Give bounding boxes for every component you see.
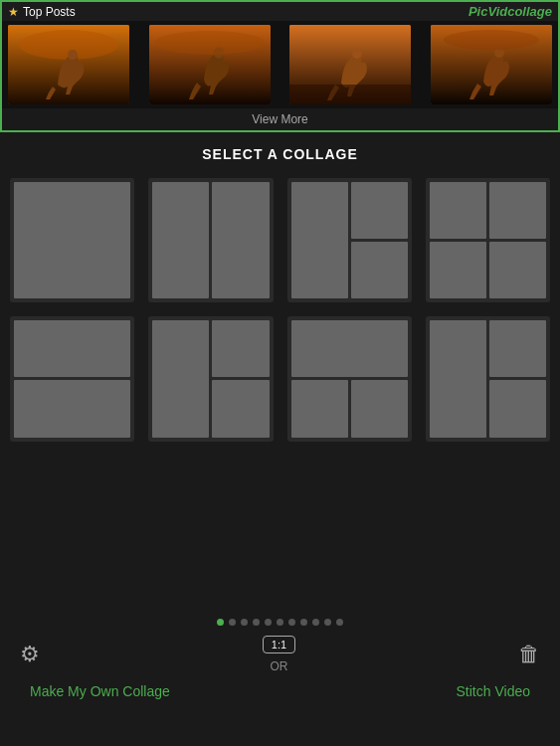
template-cell <box>14 320 130 377</box>
ratio-section: 1:1 OR <box>263 636 295 673</box>
post-thumb-3[interactable] <box>289 25 411 104</box>
spacer-area <box>0 458 560 607</box>
dot-9[interactable] <box>312 619 319 626</box>
template-cell <box>430 182 486 239</box>
template-cell <box>152 320 209 437</box>
template-cell <box>489 242 546 298</box>
template-cell <box>14 182 130 298</box>
collage-template-7[interactable] <box>287 316 412 441</box>
dot-1[interactable] <box>217 619 224 626</box>
svg-point-2 <box>68 50 78 60</box>
collage-template-3[interactable] <box>287 178 412 302</box>
template-cell <box>212 182 269 298</box>
template-cell <box>351 242 408 298</box>
collage-template-1[interactable] <box>10 178 134 302</box>
top-posts-section: ★ Top Posts PicVidcollage <box>0 0 560 132</box>
template-cell <box>489 182 546 239</box>
app-logo: PicVidcollage <box>468 4 552 19</box>
template-cell <box>212 320 269 377</box>
top-posts-title: ★ Top Posts <box>8 5 76 19</box>
collage-template-5[interactable] <box>10 316 134 441</box>
or-text: OR <box>270 659 287 673</box>
template-cell <box>291 182 348 298</box>
stitch-video-link[interactable]: Stitch Video <box>457 683 530 699</box>
svg-rect-8 <box>289 85 411 104</box>
bottom-controls: ⚙ 1:1 OR 🗑 <box>0 636 560 673</box>
collage-grid <box>0 178 560 442</box>
template-cell <box>351 182 408 239</box>
dot-10[interactable] <box>324 619 331 626</box>
make-collage-link[interactable]: Make My Own Collage <box>30 683 170 699</box>
dot-7[interactable] <box>288 619 295 626</box>
dot-5[interactable] <box>265 619 272 626</box>
top-posts-label: Top Posts <box>23 5 76 19</box>
post-thumb-1[interactable] <box>8 25 129 104</box>
svg-point-7 <box>352 49 362 59</box>
template-cell <box>430 320 486 437</box>
template-cell <box>291 380 348 437</box>
dot-6[interactable] <box>277 619 283 626</box>
trash-icon[interactable]: 🗑 <box>518 642 540 667</box>
dot-11[interactable] <box>336 619 343 626</box>
collage-template-6[interactable] <box>148 316 273 441</box>
top-posts-header: ★ Top Posts PicVidcollage <box>2 2 558 21</box>
collage-template-8[interactable] <box>426 316 550 441</box>
svg-point-11 <box>444 30 539 50</box>
pagination-dots <box>0 619 560 626</box>
template-cell <box>152 182 209 298</box>
svg-point-5 <box>155 31 265 55</box>
select-collage-title: SELECT A COLLAGE <box>0 146 560 162</box>
template-cell <box>489 320 546 377</box>
template-cell <box>489 380 546 437</box>
dot-3[interactable] <box>241 619 248 626</box>
template-cell <box>430 242 486 298</box>
post-thumb-4[interactable] <box>431 25 552 104</box>
template-cell <box>14 380 130 437</box>
main-section: SELECT A COLLAGE <box>0 132 560 709</box>
gear-icon[interactable]: ⚙ <box>20 642 40 667</box>
view-more-bar[interactable]: View More <box>2 108 558 130</box>
template-cell <box>351 380 408 437</box>
dot-2[interactable] <box>229 619 236 626</box>
collage-template-2[interactable] <box>148 178 273 302</box>
post-thumb-2[interactable] <box>149 25 271 104</box>
star-icon: ★ <box>8 5 19 19</box>
collage-template-4[interactable] <box>426 178 550 302</box>
template-cell <box>291 320 408 377</box>
dot-4[interactable] <box>253 619 260 626</box>
template-cell <box>212 380 269 437</box>
top-posts-images <box>2 21 558 108</box>
dot-8[interactable] <box>300 619 307 626</box>
ratio-badge[interactable]: 1:1 <box>263 636 295 653</box>
bottom-links: Make My Own Collage Stitch Video <box>0 677 560 709</box>
